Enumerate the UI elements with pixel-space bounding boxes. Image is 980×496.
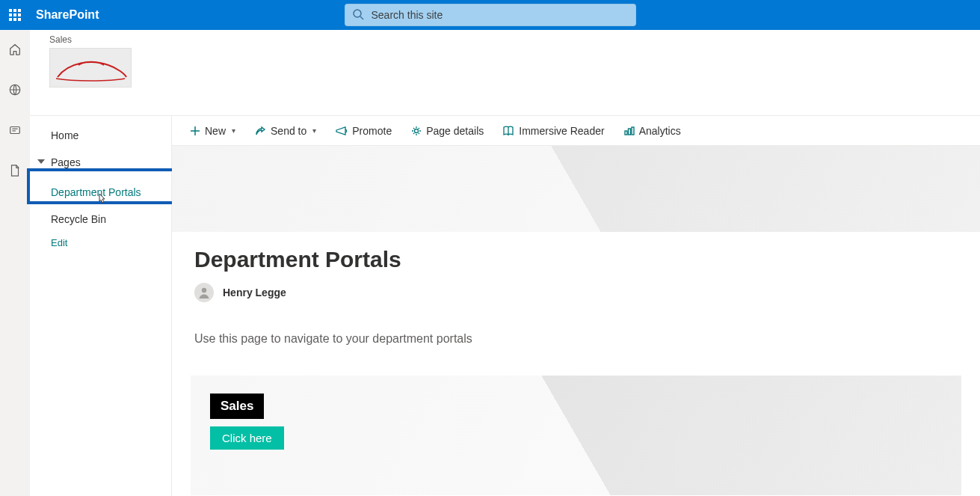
rail-globe-button[interactable]	[3, 78, 27, 102]
cmd-promote[interactable]: Promote	[336, 125, 392, 137]
author-name[interactable]: Henry Legge	[223, 287, 286, 298]
search-wrapper	[345, 4, 636, 26]
cmd-immersive-reader-label: Immersive Reader	[519, 125, 604, 137]
svg-point-8	[415, 129, 419, 132]
search-icon	[352, 8, 364, 22]
cmd-analytics-label: Analytics	[639, 125, 681, 137]
plus-icon	[190, 126, 200, 136]
person-icon	[197, 286, 211, 299]
file-icon	[9, 164, 21, 177]
author-row: Henry Legge	[194, 283, 958, 302]
chevron-down-icon: ▾	[232, 126, 235, 135]
nav-item-pages[interactable]: Pages	[30, 149, 171, 176]
cmd-page-details[interactable]: Page details	[411, 125, 484, 137]
suite-brand[interactable]: SharePoint	[36, 8, 99, 22]
hero-card-button[interactable]: Click here	[210, 426, 284, 450]
left-navigation: Home Pages Department Portals Recycle Bi…	[30, 116, 172, 496]
news-icon	[8, 123, 22, 137]
page-body: Department Portals Henry Legge Use this …	[172, 232, 980, 495]
home-icon	[8, 43, 22, 56]
svg-rect-11	[632, 127, 634, 135]
nav-item-recycle-bin[interactable]: Recycle Bin	[30, 206, 171, 233]
rail-news-button[interactable]	[3, 118, 27, 142]
svg-line-1	[360, 16, 363, 19]
svg-rect-9	[625, 131, 627, 135]
site-header: Sales	[30, 30, 980, 116]
globe-icon	[8, 83, 22, 97]
svg-rect-10	[628, 129, 630, 135]
svg-point-12	[202, 288, 206, 293]
page-intro-text: Use this page to navigate to your depart…	[194, 332, 958, 346]
cmd-immersive-reader[interactable]: Immersive Reader	[503, 125, 604, 137]
settings-icon	[411, 126, 422, 136]
main-content: New ▾ Send to ▾ Promote Page details Imm…	[172, 116, 980, 496]
megaphone-icon	[336, 126, 348, 135]
cmd-new-label: New	[205, 125, 226, 137]
cmd-send-to-label: Send to	[271, 125, 306, 137]
rail-files-button[interactable]	[3, 159, 27, 183]
page-title: Department Portals	[194, 247, 958, 272]
waffle-icon	[9, 9, 21, 21]
svg-point-0	[354, 10, 361, 17]
cmd-page-details-label: Page details	[426, 125, 484, 137]
site-breadcrumb[interactable]: Sales	[49, 34, 980, 45]
svg-rect-3	[10, 127, 20, 134]
site-logo[interactable]	[49, 48, 132, 88]
cmd-promote-label: Promote	[352, 125, 392, 137]
nav-item-home[interactable]: Home	[30, 122, 171, 149]
app-launcher-button[interactable]	[0, 0, 30, 30]
app-rail	[0, 30, 30, 496]
hero-card-title: Sales	[210, 394, 264, 419]
search-box[interactable]	[345, 4, 636, 26]
page-hero-banner	[172, 146, 980, 232]
cmd-analytics[interactable]: Analytics	[624, 125, 681, 137]
car-logo-icon	[50, 49, 132, 88]
suite-bar: SharePoint	[0, 0, 980, 30]
cmd-new[interactable]: New ▾	[190, 125, 235, 137]
hero-webpart: Sales Click here	[191, 376, 961, 495]
rail-home-button[interactable]	[3, 37, 27, 61]
nav-item-department-portals[interactable]: Department Portals	[30, 179, 171, 206]
nav-edit-link[interactable]: Edit	[30, 237, 171, 248]
command-bar: New ▾ Send to ▾ Promote Page details Imm…	[172, 116, 980, 146]
search-input[interactable]	[370, 8, 629, 22]
author-avatar[interactable]	[194, 283, 214, 302]
book-icon	[503, 126, 514, 136]
share-icon	[255, 126, 266, 136]
chevron-down-icon: ▾	[312, 126, 316, 135]
cmd-send-to[interactable]: Send to ▾	[255, 125, 316, 137]
analytics-icon	[624, 126, 635, 135]
